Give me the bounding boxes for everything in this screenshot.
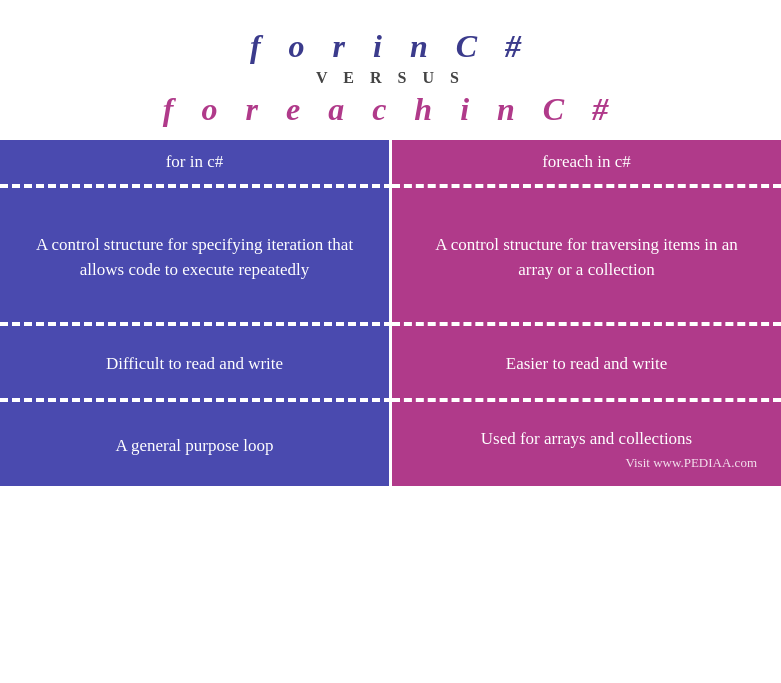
cell-left-3: A general purpose loop (0, 406, 392, 486)
comparison-table: for in c# foreach in c# A control struct… (0, 140, 781, 683)
table-row: A general purpose loop Used for arrays a… (0, 406, 781, 486)
col-header-for: for in c# (0, 140, 392, 184)
header: f o r i n C # V E R S U S f o r e a c h … (0, 0, 781, 140)
col-header-foreach: foreach in c# (392, 140, 781, 184)
cell-left-1: A control structure for specifying itera… (0, 192, 392, 322)
cell-right-3-text: Used for arrays and collections (481, 424, 692, 453)
cell-right-2: Easier to read and write (392, 330, 781, 398)
cell-left-2: Difficult to read and write (0, 330, 392, 398)
divider-2 (0, 322, 781, 330)
cell-right-3: Used for arrays and collections Visit ww… (392, 406, 781, 486)
table-row: A control structure for specifying itera… (0, 192, 781, 322)
divider-1 (0, 184, 781, 192)
divider-3 (0, 398, 781, 406)
pediaa-credit: Visit www.PEDIAA.com (625, 453, 757, 473)
column-headers: for in c# foreach in c# (0, 140, 781, 184)
cell-right-3-inner: Used for arrays and collections Visit ww… (416, 424, 757, 472)
title-for: f o r i n C # (20, 28, 761, 65)
table-row: Difficult to read and write Easier to re… (0, 330, 781, 398)
title-foreach: f o r e a c h i n C # (20, 91, 761, 128)
cell-right-1: A control structure for traversing items… (392, 192, 781, 322)
versus-label: V E R S U S (20, 69, 761, 87)
